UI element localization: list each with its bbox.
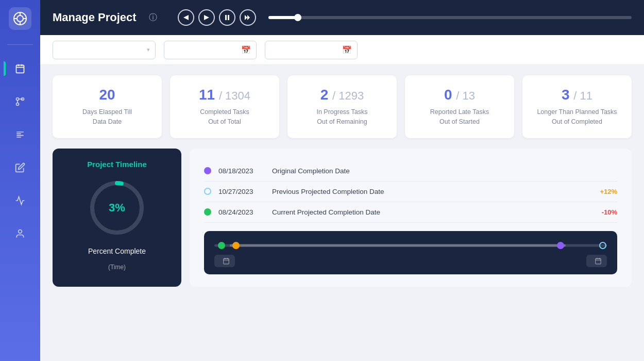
completion-row-previous: 10/27/2023 Previous Projected Completion… [204,182,617,202]
current-badge: -10% [602,208,617,216]
kpi-longer-label: Longer Than Planned TasksOut of Complete… [531,107,623,127]
completion-panel: 08/18/2023 Original Completion Date 10/2… [190,149,632,287]
header-progress-bar [268,16,632,19]
sidebar-item-chart[interactable] [11,191,29,210]
kpi-in-progress: 2 / 1293 In Progress TasksOut of Remaini… [287,75,397,138]
timeline-subtitle: Percent Complete [88,247,146,255]
kpi-late-label: Reported Late TasksOut of Started [413,107,506,127]
slider-track-container [214,238,607,253]
dot-current [204,208,211,216]
slider-date-labels [214,255,607,267]
forward-button[interactable] [240,9,256,26]
current-date: 08/24/2023 [218,208,265,216]
slider-start-date-box[interactable] [214,255,235,267]
sidebar-item-calendar[interactable] [11,59,29,78]
kpi-completed-tasks: 11 / 1304 Completed TasksOut of Total [170,75,279,138]
progress-fill [268,16,297,19]
app-logo[interactable] [9,7,31,30]
kpi-days-value: 20 [61,87,154,103]
timeline-slider [204,231,617,274]
project-timeline-card: Project Timeline 3% Percent Complete (Ti… [53,149,181,287]
donut-chart: 3% [86,177,148,239]
sidebar-item-edit[interactable] [11,158,29,177]
kpi-completed-label: Completed TasksOut of Total [178,107,271,127]
kpi-progress-label: In Progress TasksOut of Remaining [296,107,388,127]
svg-point-1 [17,15,23,22]
previous-date: 10/27/2023 [218,188,265,195]
start-calendar-icon: 📅 [241,45,251,55]
filter-bar: ▾ 📅 📅 [40,35,644,65]
timeline-card-title: Project Timeline [87,160,147,169]
kpi-completed-value: 11 / 1304 [178,87,271,103]
slider-dot-purple[interactable] [557,242,564,249]
slider-end-date-box[interactable] [586,255,607,267]
kpi-longer-planned: 3 / 11 Longer Than Planned TasksOut of C… [522,75,632,138]
back-button[interactable] [178,9,194,26]
svg-point-13 [19,230,22,234]
sidebar-item-user[interactable] [11,224,29,243]
kpi-longer-value: 3 / 11 [531,87,623,103]
svg-rect-6 [16,65,24,73]
playback-controls [178,9,256,26]
svg-rect-22 [224,258,229,264]
kpi-days-label: Days Elasped TillData Date [61,107,154,127]
svg-marker-18 [245,15,247,20]
svg-marker-19 [247,15,250,20]
end-date-filter[interactable]: 📅 [265,41,358,59]
dot-original [204,167,211,174]
slider-start-calendar-icon [223,257,230,265]
current-label: Current Projected Completion Date [272,208,595,216]
previous-badge: +12% [600,188,617,195]
svg-point-10 [16,98,19,101]
donut-percent: 3% [109,201,125,215]
slider-dot-blue[interactable] [599,242,606,249]
svg-rect-26 [596,258,601,264]
end-calendar-icon: 📅 [342,45,352,55]
chevron-down-icon: ▾ [147,46,150,53]
kpi-days-elapsed: 20 Days Elasped TillData Date [53,75,162,138]
original-date: 08/18/2023 [218,167,265,175]
completion-row-original: 08/18/2023 Original Completion Date [204,161,617,182]
kpi-late-tasks: 0 / 13 Reported Late TasksOut of Started [405,75,514,138]
slider-dot-start[interactable] [218,242,225,249]
dot-previous [204,188,211,195]
page-title: Manage Project [53,11,137,24]
svg-marker-14 [183,15,189,20]
kpi-progress-value: 2 / 1293 [296,87,388,103]
svg-point-12 [16,103,19,106]
info-icon[interactable]: ⓘ [149,12,157,23]
svg-rect-17 [228,15,229,20]
slider-fill-track [230,244,566,247]
start-date-filter[interactable]: 📅 [164,41,257,59]
slider-dot-orange[interactable] [232,242,240,249]
timeline-sub2: (Time) [108,264,126,271]
completion-row-current: 08/24/2023 Current Projected Completion … [204,202,617,223]
bottom-row: Project Timeline 3% Percent Complete (Ti… [53,149,632,287]
slider-end-calendar-icon [595,257,602,265]
previous-label: Previous Projected Completion Date [272,188,592,195]
content-area: 20 Days Elasped TillData Date 11 / 1304 … [40,65,644,361]
sidebar-divider [7,44,33,45]
main-content: Manage Project ⓘ [40,0,644,361]
progress-indicator [294,14,301,21]
sidebar-item-text[interactable] [11,125,29,144]
svg-rect-16 [225,15,227,20]
sidebar [0,0,40,361]
kpi-row: 20 Days Elasped TillData Date 11 / 1304 … [53,75,632,138]
header: Manage Project ⓘ [40,0,644,35]
pause-button[interactable] [219,9,235,26]
play-button[interactable] [198,9,215,26]
svg-marker-15 [204,15,209,20]
project-select[interactable]: ▾ [53,41,156,59]
sidebar-item-git[interactable] [11,92,29,111]
original-label: Original Completion Date [272,167,617,175]
kpi-late-value: 0 / 13 [413,87,506,103]
